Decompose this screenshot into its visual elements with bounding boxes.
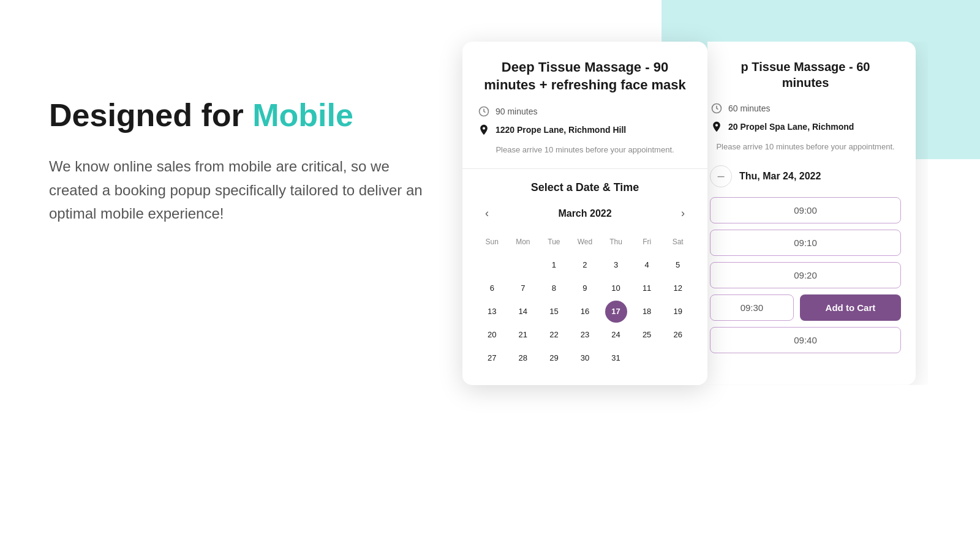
- cal-day-18[interactable]: 18: [636, 301, 658, 323]
- cal-day-21[interactable]: 21: [512, 324, 534, 346]
- cal-day-2[interactable]: 2: [574, 254, 596, 276]
- cal-day-1[interactable]: 1: [543, 254, 565, 276]
- cal-day-7[interactable]: 7: [512, 277, 534, 299]
- month-year-label: March 2022: [558, 208, 611, 219]
- cal-day-24[interactable]: 24: [605, 324, 627, 346]
- day-sat: Sat: [667, 231, 689, 253]
- cal-day-23[interactable]: 23: [574, 324, 596, 346]
- calendar-section-title: Select a Date & Time: [477, 181, 693, 194]
- duration-text: 90 minutes: [496, 107, 537, 116]
- cal-day-28[interactable]: 28: [512, 347, 534, 369]
- divider: [462, 168, 707, 169]
- cal-day-6[interactable]: 6: [481, 277, 503, 299]
- day-fri: Fri: [636, 231, 658, 253]
- time-slot-0940[interactable]: 09:40: [710, 327, 901, 353]
- cal-day-12[interactable]: 12: [667, 277, 689, 299]
- time-section: – Thu, Mar 24, 2022 09:00 09:10 09:20 09…: [710, 165, 901, 353]
- duration-row: 90 minutes: [477, 105, 693, 118]
- cards-container: Deep Tissue Massage - 90 minutes + refre…: [462, 42, 916, 385]
- day-wed: Wed: [574, 231, 596, 253]
- service-meta: 90 minutes 1220 Prope Lane, Richmond Hil…: [477, 105, 693, 137]
- secondary-booking-card: p Tissue Massage - 60 minutes 60 minutes: [695, 42, 916, 385]
- cal-day-3[interactable]: 3: [605, 254, 627, 276]
- secondary-location-text: 20 Propel Spa Lane, Richmond: [728, 122, 854, 132]
- cal-day-27[interactable]: 27: [481, 347, 503, 369]
- time-slot-0920[interactable]: 09:20: [710, 262, 901, 288]
- cal-day-17[interactable]: 17: [605, 301, 627, 323]
- secondary-arrival-note: Please arrive 10 minutes before your app…: [710, 141, 901, 153]
- calendar-nav: ‹ March 2022 ›: [477, 204, 693, 223]
- secondary-location-icon: [710, 120, 723, 133]
- secondary-location-row: 20 Propel Spa Lane, Richmond: [710, 120, 901, 133]
- calendar-week-2: 6 7 8 9 10 11 12: [477, 277, 693, 299]
- headline-text: Designed for: [49, 97, 252, 133]
- calendar-week-5: 27 28 29 30 31: [477, 347, 693, 369]
- next-month-button[interactable]: ›: [673, 204, 693, 223]
- calendar-week-4: 20 21 22 23 24 25 26: [477, 324, 693, 346]
- time-slot-0910[interactable]: 09:10: [710, 230, 901, 256]
- cal-day-13[interactable]: 13: [481, 301, 503, 323]
- cal-day-11[interactable]: 11: [636, 277, 658, 299]
- cal-day-22[interactable]: 22: [543, 324, 565, 346]
- cal-day-14[interactable]: 14: [512, 301, 534, 323]
- secondary-clock-icon: [710, 102, 723, 115]
- time-slots-list: 09:00 09:10 09:20 09:30 Add to Cart 09:4…: [710, 197, 901, 353]
- cal-day-20[interactable]: 20: [481, 324, 503, 346]
- cal-day-9[interactable]: 9: [574, 277, 596, 299]
- secondary-title-suffix: minutes: [782, 76, 829, 89]
- prev-month-button[interactable]: ‹: [477, 204, 497, 223]
- main-headline: Designed for Mobile: [49, 98, 466, 133]
- cal-day-25[interactable]: 25: [636, 324, 658, 346]
- day-thu: Thu: [605, 231, 627, 253]
- calendar-grid: Sun Mon Tue Wed Thu Fri Sat 1 2 3 4 5: [477, 231, 693, 369]
- date-header: – Thu, Mar 24, 2022: [710, 165, 901, 187]
- cal-day-29[interactable]: 29: [543, 347, 565, 369]
- primary-card-title: Deep Tissue Massage - 90 minutes + refre…: [477, 59, 693, 94]
- location-icon: [477, 123, 491, 137]
- calendar-section: Select a Date & Time ‹ March 2022 › Sun …: [477, 181, 693, 369]
- day-sun: Sun: [481, 231, 503, 253]
- cal-day-10[interactable]: 10: [605, 277, 627, 299]
- location-text: 1220 Prope Lane, Richmond Hill: [496, 125, 626, 135]
- calendar-days-header: Sun Mon Tue Wed Thu Fri Sat: [477, 231, 693, 253]
- selected-date-label: Thu, Mar 24, 2022: [739, 171, 821, 182]
- add-to-cart-button[interactable]: Add to Cart: [800, 294, 901, 321]
- body-text: We know online sales from mobile are cri…: [49, 155, 441, 225]
- arrival-note: Please arrive 10 minutes before your app…: [477, 144, 693, 156]
- cal-day-15[interactable]: 15: [543, 301, 565, 323]
- day-mon: Mon: [512, 231, 534, 253]
- time-slot-0930[interactable]: 09:30: [710, 294, 794, 321]
- day-tue: Tue: [543, 231, 565, 253]
- calendar-week-1: 1 2 3 4 5: [477, 254, 693, 276]
- secondary-duration-row: 60 minutes: [710, 102, 901, 115]
- cal-day-30[interactable]: 30: [574, 347, 596, 369]
- cal-day-26[interactable]: 26: [667, 324, 689, 346]
- cal-day-8[interactable]: 8: [543, 277, 565, 299]
- left-content-section: Designed for Mobile We know online sales…: [49, 98, 466, 225]
- cal-day-5[interactable]: 5: [667, 254, 689, 276]
- date-prev-button[interactable]: –: [710, 165, 732, 187]
- primary-booking-card: Deep Tissue Massage - 90 minutes + refre…: [462, 42, 707, 385]
- secondary-service-meta: 60 minutes 20 Propel Spa Lane, Richmond: [710, 102, 901, 133]
- cal-day-4[interactable]: 4: [636, 254, 658, 276]
- cal-day-16[interactable]: 16: [574, 301, 596, 323]
- cal-day-19[interactable]: 19: [667, 301, 689, 323]
- secondary-duration-text: 60 minutes: [728, 103, 770, 113]
- location-row: 1220 Prope Lane, Richmond Hill: [477, 123, 693, 137]
- calendar-week-3: 13 14 15 16 17 18 19: [477, 301, 693, 323]
- secondary-title-prefix: p Tissue Massage - 60: [741, 60, 870, 73]
- secondary-card-title: p Tissue Massage - 60 minutes: [710, 59, 901, 91]
- time-slot-0900[interactable]: 09:00: [710, 197, 901, 223]
- time-slot-row-0930: 09:30 Add to Cart: [710, 294, 901, 321]
- clock-icon: [477, 105, 491, 118]
- cal-day-31[interactable]: 31: [605, 347, 627, 369]
- headline-accent: Mobile: [252, 97, 353, 133]
